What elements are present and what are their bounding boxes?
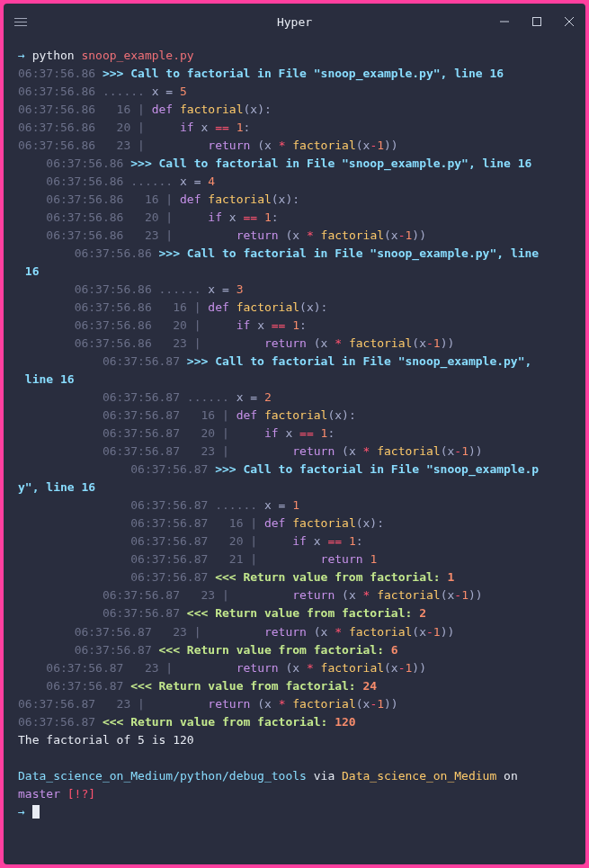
window-controls — [499, 16, 575, 27]
svg-rect-1 — [533, 18, 541, 26]
menu-icon[interactable] — [14, 18, 27, 26]
titlebar: Hyper — [4, 4, 585, 40]
close-button[interactable] — [564, 16, 575, 27]
window-title: Hyper — [277, 15, 312, 29]
terminal-content[interactable]: → python snoop_example.py06:37:56.86 >>>… — [4, 40, 585, 864]
terminal-window: Hyper → python snoop_example.py06:37:56.… — [4, 4, 585, 864]
minimize-button[interactable] — [499, 16, 510, 27]
cursor — [32, 805, 40, 819]
maximize-button[interactable] — [531, 16, 542, 27]
